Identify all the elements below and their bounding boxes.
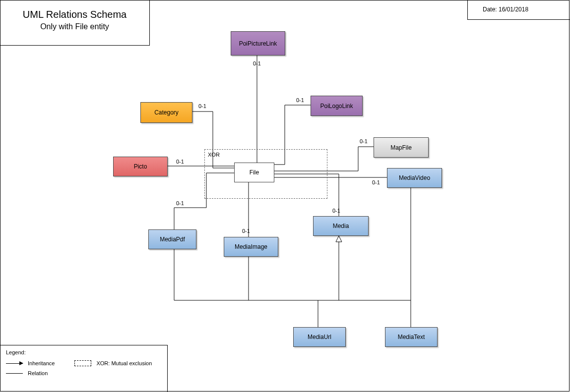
legend-xor-icon	[74, 360, 91, 366]
entity-media: Media	[313, 216, 369, 236]
legend-title: Legend:	[6, 349, 161, 355]
diagram-subtitle: Only with File entity	[0, 22, 149, 31]
legend-inheritance-label: Inheritance	[28, 360, 55, 366]
date-label: Date: 16/01/2018	[483, 6, 528, 13]
legend-relation-label: Relation	[28, 370, 48, 376]
entity-label: MapFile	[390, 144, 412, 151]
legend-xor-label: XOR: Mutual exclusion	[96, 360, 152, 366]
entity-map-file: MapFile	[374, 137, 429, 158]
cardinality-category: 0-1	[198, 103, 206, 109]
entity-label: MediaUrl	[308, 334, 331, 340]
entity-poi-picture-link: PoiPictureLink	[231, 31, 285, 56]
cardinality-media-image: 0-1	[242, 228, 250, 234]
entity-media-pdf: MediaPdf	[148, 229, 196, 249]
entity-label: MediaText	[398, 334, 425, 340]
entity-media-video: MediaVideo	[387, 168, 442, 188]
cardinality-picto: 0-1	[176, 159, 184, 165]
entity-label: Category	[154, 109, 179, 116]
legend-box: Legend: Inheritance XOR: Mutual exclusio…	[0, 345, 168, 392]
xor-label: XOR	[208, 152, 220, 158]
diagram-title: UML Relations Schema	[0, 9, 149, 20]
entity-label: Media	[333, 223, 349, 229]
entity-label: File	[250, 169, 259, 176]
entity-label: MediaPdf	[160, 236, 185, 243]
entity-picto: Picto	[113, 157, 168, 176]
entity-label: PoiLogoLink	[320, 103, 353, 110]
entity-category: Category	[140, 102, 192, 123]
entity-label: MediaVideo	[399, 174, 430, 181]
cardinality-media-pdf: 0-1	[176, 200, 184, 206]
entity-media-text: MediaText	[385, 327, 438, 347]
entity-label: MediaImage	[235, 243, 267, 250]
entity-label: PoiPictureLink	[239, 40, 277, 47]
entity-poi-logo-link: PoiLogoLink	[311, 96, 363, 116]
title-box: UML Relations Schema Only with File enti…	[0, 0, 150, 46]
cardinality-media-video: 0-1	[372, 179, 380, 185]
legend-relation-icon	[6, 373, 23, 374]
cardinality-poi-picture-link: 0-1	[253, 60, 261, 66]
cardinality-map-file: 0-1	[360, 138, 368, 144]
entity-media-image: MediaImage	[224, 237, 278, 257]
cardinality-poi-logo-link: 0-1	[296, 97, 304, 103]
entity-label: Picto	[134, 163, 147, 170]
entity-media-url: MediaUrl	[293, 327, 346, 347]
entity-file: File	[234, 163, 274, 182]
cardinality-media: 0-1	[332, 208, 340, 214]
legend-inheritance-icon	[6, 363, 23, 364]
date-box: Date: 16/01/2018	[467, 0, 570, 20]
